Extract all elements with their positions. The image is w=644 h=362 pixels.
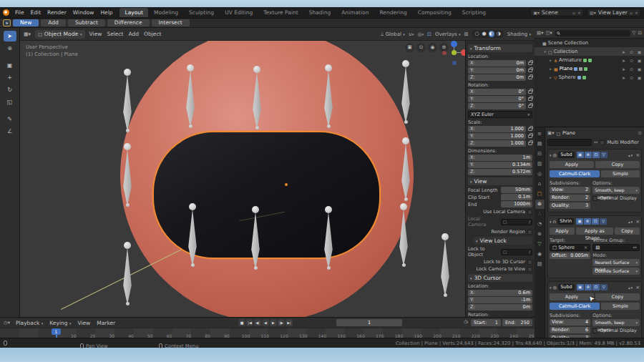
render-icon[interactable]: ▣: [636, 49, 643, 54]
tab-material[interactable]: ◉: [535, 250, 545, 259]
toggle-viewport-icon[interactable]: ⊛: [585, 284, 592, 290]
move-up-icon[interactable]: ▴: [628, 153, 630, 157]
timeline-editor-icon[interactable]: ◷▾: [4, 320, 10, 326]
panel-header-3d-cursor[interactable]: ▾3D Cursor: [468, 274, 532, 282]
tab-object-data[interactable]: ▽: [535, 240, 545, 249]
menu-help[interactable]: Help: [100, 9, 112, 16]
spike-cone-5[interactable]: [119, 143, 136, 207]
catmull-clark-button[interactable]: Catmull-Clark: [550, 303, 600, 310]
tab-shading[interactable]: Shading: [304, 8, 336, 17]
view-field[interactable]: View:4: [550, 319, 590, 326]
apply-as-shape--button[interactable]: Apply as Shape...: [576, 228, 613, 235]
snap-dropdown[interactable]: ∪▾: [409, 31, 414, 37]
tab-physics[interactable]: ◔: [535, 220, 545, 229]
menu-file[interactable]: File: [15, 9, 24, 16]
subtract-button[interactable]: Subtract: [68, 19, 105, 26]
apply-button[interactable]: Apply: [550, 161, 594, 168]
viewport-menu-select[interactable]: Select: [107, 31, 123, 37]
play-button[interactable]: ▶: [270, 319, 277, 326]
tab-layout[interactable]: Layout: [119, 8, 148, 17]
lock-icon[interactable]: [528, 69, 532, 72]
tab-particles[interactable]: ∴: [535, 210, 545, 219]
spike-cone-6[interactable]: [397, 137, 414, 201]
quality-field[interactable]: Quality:3: [550, 202, 590, 209]
viewport-menu-object[interactable]: Object: [144, 31, 161, 37]
move-up-icon[interactable]: ▴: [628, 285, 630, 290]
lock-to-object-field[interactable]: ▢/: [501, 249, 532, 255]
blender-logo-icon[interactable]: [3, 9, 9, 16]
apply-button[interactable]: Apply: [550, 228, 575, 235]
camera-view-button[interactable]: ▣: [405, 43, 414, 52]
gizmo-toggle-icon[interactable]: ⊡: [427, 31, 431, 37]
move-down-icon[interactable]: ▾: [631, 285, 633, 290]
close-icon[interactable]: ×: [635, 285, 640, 290]
field-location-z-[interactable]: Z:0m: [468, 304, 532, 310]
spike-cone-11[interactable]: [395, 203, 412, 267]
tab-modeling[interactable]: Modeling: [149, 8, 183, 17]
panel-header-view[interactable]: ▾View: [468, 177, 532, 185]
tab-tool[interactable]: ≡: [535, 129, 545, 139]
scene-new-icon[interactable]: ▫: [572, 10, 575, 15]
catmull-clark-button[interactable]: Catmull-Clark: [550, 170, 600, 177]
orbit-button[interactable]: ◉: [428, 43, 437, 52]
tab-world[interactable]: ⌂: [535, 180, 545, 189]
uv-smooth-dropdown[interactable]: Smooth, keep corners▾: [592, 187, 640, 194]
expand-icon[interactable]: ▾: [550, 220, 552, 224]
close-icon[interactable]: ×: [635, 219, 640, 225]
toggle-editmode-icon[interactable]: ⊡: [592, 218, 599, 225]
frame-end-field[interactable]: End:250: [502, 319, 532, 326]
transform-tool[interactable]: +: [4, 72, 16, 83]
local-camera-field[interactable]: ▢/: [501, 219, 532, 225]
shading-wireframe[interactable]: ○: [474, 31, 479, 37]
viewport-menu-view[interactable]: View: [89, 31, 102, 37]
hide-icon[interactable]: ⊙: [628, 75, 635, 80]
lock-icon[interactable]: [528, 142, 532, 145]
mode-dropdown[interactable]: ▢ Object Mode ▾: [35, 30, 84, 39]
orientation-dropdown[interactable]: ⟂ Global ▾: [381, 31, 405, 37]
outliner-options-icon[interactable]: ⊡: [638, 30, 642, 36]
pan-view-button[interactable]: ⊙: [416, 43, 426, 52]
tab-view-layer[interactable]: ▥: [535, 160, 545, 169]
properties-editor-icon[interactable]: ▣▾: [547, 130, 554, 136]
render-region-checkbox[interactable]: [527, 230, 532, 235]
tab-texture[interactable]: ▨: [535, 260, 545, 269]
menu-window[interactable]: Window: [73, 9, 94, 16]
select-box-tool[interactable]: ➤: [4, 31, 16, 41]
copy-button[interactable]: Copy: [595, 161, 640, 168]
spike-cone-10[interactable]: [320, 206, 337, 270]
intersect-button[interactable]: Intersect: [152, 19, 190, 26]
field-rotation-y-[interactable]: Y:0°: [468, 96, 526, 102]
tab-sculpting[interactable]: Sculpting: [184, 8, 219, 17]
field-rotation-z-[interactable]: Z:0°: [468, 103, 526, 109]
frame-start-field[interactable]: Start:1: [471, 319, 501, 326]
editor-type-icon[interactable]: ▦▾: [24, 31, 31, 37]
view-layer-remove-icon[interactable]: ×: [635, 10, 638, 15]
hide-icon[interactable]: ⊙: [628, 67, 635, 72]
lock-to-3d-cursor-checkbox[interactable]: [527, 260, 532, 265]
view-layer-new-icon[interactable]: ▫: [630, 10, 633, 15]
cursor-tool[interactable]: ⊕: [4, 43, 16, 54]
selectable-icon[interactable]: ➤: [620, 49, 627, 54]
toggle-viewport-icon[interactable]: ⊛: [585, 152, 592, 158]
render-icon[interactable]: ▣: [636, 75, 643, 80]
field-scale-z-[interactable]: Z:1.000: [468, 140, 526, 147]
tab-output[interactable]: ⊟: [535, 150, 545, 159]
toggle-render-icon[interactable]: ▣: [577, 152, 584, 158]
next-keyframe-button[interactable]: |▶: [278, 319, 285, 326]
timeline-menu-playback[interactable]: Playback ▾: [16, 320, 43, 326]
tab-uv-editing[interactable]: UV Editing: [220, 8, 258, 17]
rotation-mode-dropdown[interactable]: XYZ Euler▾: [468, 111, 532, 118]
field-location-x-[interactable]: X:0m: [468, 60, 526, 67]
uv-smooth-dropdown[interactable]: Smooth, keep corners▾: [592, 319, 640, 326]
view-layer-selector[interactable]: ▥▾ View Layer ▫ ×: [587, 9, 641, 16]
measure-tool[interactable]: ∠: [4, 126, 16, 137]
toggle-cage-icon[interactable]: ▽: [600, 284, 608, 290]
toggle-cage-icon[interactable]: ▽: [600, 218, 607, 225]
selectable-icon[interactable]: ➤: [620, 58, 627, 63]
expand-icon[interactable]: ▾: [550, 153, 552, 157]
toggle-viewport-icon[interactable]: ⊛: [584, 218, 591, 225]
outliner-editor-icon[interactable]: ▤▾: [537, 30, 543, 36]
tab-object[interactable]: □: [535, 190, 545, 199]
lock-icon[interactable]: [528, 127, 532, 131]
axis-z-neg-handle[interactable]: [452, 61, 457, 65]
